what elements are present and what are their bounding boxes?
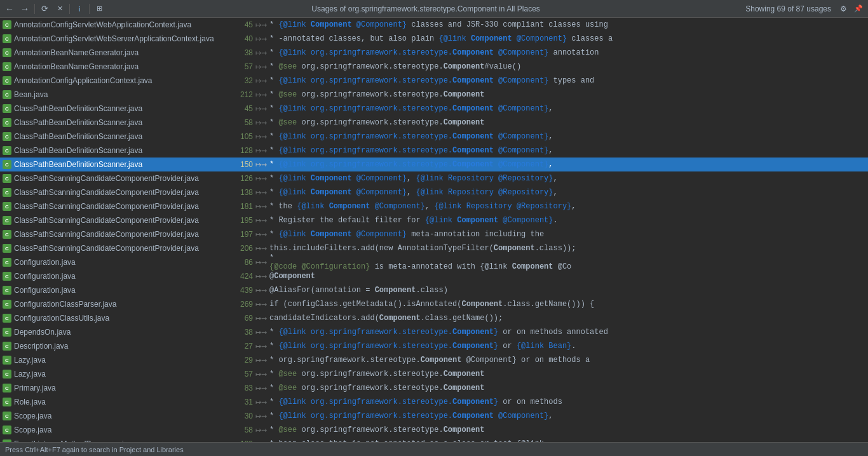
code-preview: * {@link org.springframework.stereotype.… <box>269 412 865 420</box>
file-icon: C <box>3 244 11 253</box>
status-text: Press Ctrl+Alt+F7 again to search in Pro… <box>5 446 184 453</box>
filename: ClassPathScanningCandidateComponentProvi… <box>14 188 230 197</box>
result-row[interactable]: CEventListenerMethodProcessor.java100↦⇝ … <box>0 437 868 442</box>
result-row[interactable]: CAnnotationConfigApplicationContext.java… <box>0 74 868 88</box>
line-number: 38 <box>230 328 253 337</box>
result-row[interactable]: CClassPathScanningCandidateComponentProv… <box>0 213 868 227</box>
result-row[interactable]: CClassPathScanningCandidateComponentProv… <box>0 171 868 185</box>
code-preview: * {@link org.springframework.stereotype.… <box>269 398 865 406</box>
line-number: 32 <box>230 76 253 85</box>
close-button[interactable]: ✕ <box>53 2 67 16</box>
result-row[interactable]: CClassPathScanningCandidateComponentProv… <box>0 185 868 199</box>
file-icon: C <box>3 20 11 29</box>
result-row[interactable]: CBean.java212↦⇝ * @see org.springframewo… <box>0 88 868 102</box>
back-button[interactable]: ← <box>3 2 17 16</box>
main-content: CAnnotationConfigServletWebApplicationCo… <box>0 18 868 442</box>
nav-icons: ↦⇝ <box>255 231 267 239</box>
result-row[interactable]: CClassPathBeanDefinitionScanner.java45↦⇝… <box>0 102 868 116</box>
rerun-button[interactable]: ⟳ <box>37 2 51 16</box>
nav-icons: ↦⇝ <box>255 77 267 85</box>
filename: Configuration.java <box>14 272 230 281</box>
code-preview: * {@code @Configuration} is meta-annotat… <box>269 253 865 271</box>
nav-icons: ↦⇝ <box>255 35 267 43</box>
line-number: 269 <box>230 300 253 309</box>
separator-1 <box>34 4 35 14</box>
filename: AnnotationConfigServletWebServerApplicat… <box>14 34 230 43</box>
nav-icons: ↦⇝ <box>255 412 267 420</box>
code-preview: * @see org.springframework.stereotype.Co… <box>269 384 865 392</box>
nav-icons: ↦⇝ <box>255 440 267 443</box>
result-row[interactable]: CClassPathBeanDefinitionScanner.java58↦⇝… <box>0 116 868 130</box>
code-preview: if (configClass.getMetadata().isAnnotate… <box>269 300 865 309</box>
filename: AnnotationBeanNameGenerator.java <box>14 62 230 71</box>
code-preview: * {@link org.springframework.stereotype.… <box>269 76 865 85</box>
results-list[interactable]: CAnnotationConfigServletWebApplicationCo… <box>0 18 868 442</box>
result-row[interactable]: CClassPathBeanDefinitionScanner.java105↦… <box>0 130 868 144</box>
result-row[interactable]: CRole.java31↦⇝ * {@link org.springframew… <box>0 395 868 409</box>
result-row[interactable]: CConfigurationClassParser.java269↦⇝ if (… <box>0 297 868 311</box>
nav-icons: ↦⇝ <box>255 245 267 253</box>
result-row[interactable]: CClassPathScanningCandidateComponentProv… <box>0 227 868 241</box>
result-row[interactable]: CLazy.java57↦⇝ * @see org.springframewor… <box>0 367 868 381</box>
result-row[interactable]: CScope.java30↦⇝ * {@link org.springframe… <box>0 409 868 423</box>
nav-icons: ↦⇝ <box>255 119 267 127</box>
result-row[interactable]: CClassPathBeanDefinitionScanner.java150↦… <box>0 158 868 171</box>
code-preview: candidateIndicators.add(Component.class.… <box>269 314 865 323</box>
filename: Configuration.java <box>14 258 230 267</box>
line-number: 212 <box>230 90 253 99</box>
line-number: 30 <box>230 412 253 420</box>
line-number: 181 <box>230 202 253 211</box>
settings-button[interactable]: ⚙ <box>836 2 850 16</box>
file-icon: C <box>3 62 11 71</box>
result-row[interactable]: CScope.java58↦⇝ * @see org.springframewo… <box>0 423 868 437</box>
result-row[interactable]: CClassPathScanningCandidateComponentProv… <box>0 199 868 213</box>
pin-button[interactable]: 📌 <box>851 2 865 16</box>
nav-icons: ↦⇝ <box>255 147 267 155</box>
filename: ConfigurationClassUtils.java <box>14 314 230 323</box>
line-number: 105 <box>230 132 253 141</box>
result-row[interactable]: CDescription.java27↦⇝ * {@link org.sprin… <box>0 339 868 353</box>
result-row[interactable]: CConfiguration.java424↦⇝ @Component <box>0 269 868 283</box>
result-row[interactable]: CLazy.java29↦⇝ * org.springframework.ste… <box>0 353 868 367</box>
filename: ConfigurationClassParser.java <box>14 300 230 309</box>
file-icon: C <box>3 160 11 169</box>
nav-icons: ↦⇝ <box>255 300 267 309</box>
line-number: 57 <box>230 370 253 379</box>
filename: ClassPathBeanDefinitionScanner.java <box>14 104 230 113</box>
info-button[interactable]: i <box>72 2 86 16</box>
file-icon: C <box>3 174 11 183</box>
code-preview: @Component <box>269 272 865 281</box>
code-preview: * {@link Component @Component}, {@link R… <box>269 188 865 197</box>
line-number: 40 <box>230 34 253 43</box>
nav-icons: ↦⇝ <box>255 328 267 337</box>
result-row[interactable]: CAnnotationConfigServletWebApplicationCo… <box>0 18 868 32</box>
line-number: 100 <box>230 439 253 442</box>
file-icon: C <box>3 34 11 43</box>
filename: Description.java <box>14 342 230 351</box>
result-row[interactable]: CDependsOn.java38↦⇝ * {@link org.springf… <box>0 325 868 339</box>
result-row[interactable]: CAnnotationBeanNameGenerator.java38↦⇝ * … <box>0 46 868 60</box>
nav-icons: ↦⇝ <box>255 91 267 99</box>
toolbar-count: Showing 69 of 87 usages <box>745 4 831 13</box>
code-preview: @AliasFor(annotation = Component.class) <box>269 286 865 295</box>
filename: ClassPathScanningCandidateComponentProvi… <box>14 174 230 183</box>
file-icon: C <box>3 328 11 337</box>
code-preview: * {@link org.springframework.stereotype.… <box>269 328 865 337</box>
nav-icons: ↦⇝ <box>255 217 267 225</box>
code-preview: * org.springframework.stereotype.Compone… <box>269 356 865 365</box>
result-row[interactable]: CConfiguration.java86↦⇝ * {@code @Config… <box>0 255 868 269</box>
nav-icons: ↦⇝ <box>255 384 267 392</box>
result-row[interactable]: CClassPathBeanDefinitionScanner.java128↦… <box>0 144 868 158</box>
result-row[interactable]: CConfigurationClassUtils.java69↦⇝ candid… <box>0 311 868 325</box>
result-row[interactable]: CConfiguration.java439↦⇝ @AliasFor(annot… <box>0 283 868 297</box>
forward-button[interactable]: → <box>18 2 32 16</box>
export-button[interactable]: ⊞ <box>92 2 106 16</box>
separator-2 <box>69 4 70 14</box>
result-row[interactable]: CPrimary.java83↦⇝ * @see org.springframe… <box>0 381 868 395</box>
nav-icons: ↦⇝ <box>255 161 267 169</box>
nav-icons: ↦⇝ <box>255 189 267 197</box>
result-row[interactable]: CAnnotationConfigServletWebServerApplica… <box>0 32 868 46</box>
filename: Lazy.java <box>14 370 230 379</box>
result-row[interactable]: CAnnotationBeanNameGenerator.java57↦⇝ * … <box>0 60 868 74</box>
code-preview: * @see org.springframework.stereotype.Co… <box>269 370 865 379</box>
